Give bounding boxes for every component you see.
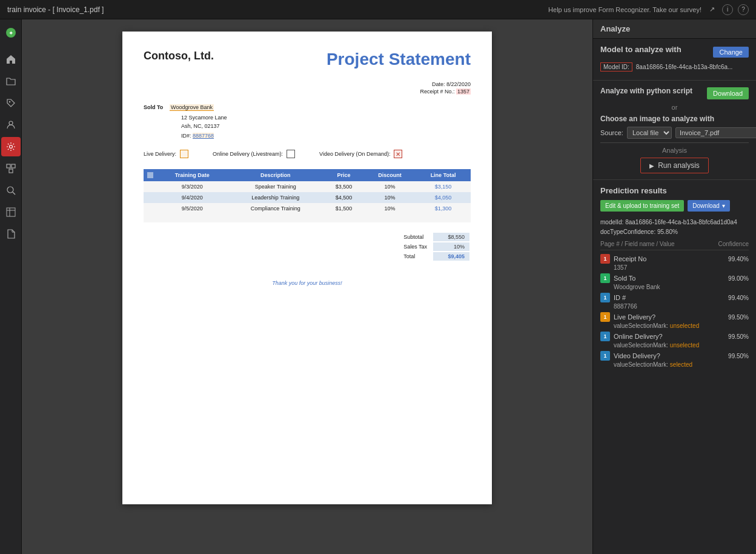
result-value-video: valueSelectionMark: selected	[600, 361, 749, 368]
model-id-row: Model ID: 8aa16866-16fe-44ca-b13a-8bfc6a…	[600, 62, 749, 72]
result-value-receipt: 1357	[600, 264, 749, 271]
result-receipt-no: 1 Receipt No 99.40% 1357	[600, 254, 749, 271]
result-conf-soldto: 99.00%	[728, 275, 749, 282]
result-online-delivery: 1 Online Delivery? 99.50% valueSelection…	[600, 332, 749, 349]
help-icon[interactable]: ?	[738, 4, 749, 15]
result-field-id: ID #	[614, 294, 724, 301]
download-python-button[interactable]: Download	[707, 87, 749, 99]
table-row: 9/3/2020 Speaker Training $3,500 10% $3,…	[144, 181, 471, 192]
svg-rect-10	[7, 208, 15, 216]
source-label: Source:	[600, 129, 623, 136]
document-title: Project Statement	[327, 50, 471, 69]
receipt-line: Receipt # No.: 1357	[144, 88, 471, 95]
online-delivery-checkbox	[287, 150, 295, 158]
result-field-live: Live Delivery?	[614, 313, 724, 321]
sidebar-item-person[interactable]	[1, 115, 21, 135]
result-id: 1 ID # 99.40% 8887766	[600, 293, 749, 310]
run-analysis-button[interactable]: ▶ Run analysis	[640, 158, 709, 173]
or-divider: or	[600, 104, 749, 111]
result-field-online: Online Delivery?	[614, 333, 724, 340]
total-row: Total $9,405	[399, 252, 469, 261]
live-delivery-label: Live Delivery:	[144, 151, 176, 157]
model-section: Model to analyze with Change Model ID: 8…	[593, 39, 756, 81]
sidebar-item-settings[interactable]	[1, 137, 21, 156]
checkbox-video: Video Delivery (On Demand): ✕	[319, 150, 402, 158]
source-file-input[interactable]	[675, 127, 756, 138]
result-live-delivery: 1 Live Delivery? 99.50% valueSelectionMa…	[600, 312, 749, 329]
choose-title: Choose an image to analyze with	[600, 115, 714, 123]
sidebar-logo: ✦	[1, 23, 21, 42]
id-value: 8887768	[193, 133, 214, 139]
online-delivery-label: Online Delivery (Livestream):	[213, 151, 283, 157]
svg-rect-5	[7, 164, 10, 168]
svg-text:✦: ✦	[8, 30, 13, 36]
sidebar-item-analyze[interactable]	[1, 181, 21, 200]
change-button[interactable]: Change	[713, 47, 749, 58]
edit-training-button[interactable]: Edit & upload to training set	[600, 200, 684, 212]
svg-point-3	[9, 121, 13, 125]
source-row: Source: Local file	[600, 127, 749, 139]
result-badge-live: 1	[600, 312, 610, 322]
result-badge-online: 1	[600, 332, 610, 341]
invoice-header: Contoso, Ltd. Project Statement	[144, 50, 471, 69]
sold-to-value: Woodgrove Bank	[170, 104, 214, 111]
video-delivery-checkbox: ✕	[394, 150, 402, 158]
external-link-icon[interactable]: ↗	[706, 4, 717, 15]
sold-to-row: Sold To Woodgrove Bank	[144, 104, 471, 110]
model-section-title: Model to analyze with	[600, 45, 681, 54]
sidebar-item-document[interactable]	[1, 224, 21, 244]
sidebar-item-folder[interactable]	[1, 72, 21, 91]
play-icon: ▶	[649, 162, 654, 169]
sidebar-item-home[interactable]	[1, 50, 21, 69]
sidebar-item-table[interactable]	[1, 202, 21, 222]
table-header-date: Training Date	[157, 169, 227, 181]
sidebar-item-model-compose[interactable]	[1, 159, 21, 178]
prediction-title: Prediction results	[600, 186, 749, 195]
result-field-soldto: Sold To	[614, 275, 724, 282]
result-badge-video: 1	[600, 351, 610, 361]
table-header-price: Price	[323, 169, 364, 181]
info-icon[interactable]: i	[722, 4, 733, 15]
prediction-section: Prediction results Edit & upload to trai…	[593, 180, 756, 376]
model-info: modelId: 8aa16866-16fe-44ca-b13a-8bfc6ad…	[600, 218, 749, 237]
result-conf-video: 99.50%	[728, 353, 749, 359]
id-block: ID#: 8887768	[181, 133, 471, 139]
result-badge-soldto: 1	[600, 273, 610, 283]
model-id-value: 8aa16866-16fe-44ca-b13a-8bfc6a...	[636, 64, 749, 70]
document-viewer[interactable]: Contoso, Ltd. Project Statement Date: 8/…	[22, 19, 592, 554]
result-conf-id: 99.40%	[728, 295, 749, 301]
thank-you-text: Thank you for your business!	[144, 280, 471, 286]
table-row-empty	[144, 214, 471, 222]
invoice-table: Training Date Description Price Discount…	[144, 169, 471, 222]
python-title: Analyze with python script	[600, 87, 692, 95]
download-dropdown-button[interactable]: Download ▾	[688, 200, 729, 212]
table-row: 9/5/2020 Compliance Training $1,500 10% …	[144, 203, 471, 214]
analysis-label: Analysis	[600, 142, 749, 154]
python-section: Analyze with python script Download or C…	[593, 81, 756, 180]
result-conf-live: 99.50%	[728, 314, 749, 321]
top-bar: train invoice - [ Invoice_1.pdf ] Help u…	[0, 0, 756, 19]
table-header-icon	[144, 169, 157, 181]
address-block: 12 Sycamore Lane Ash, NC, 02137	[181, 114, 471, 130]
result-value-online: valueSelectionMark: unselected	[600, 342, 749, 349]
app-title: train invoice - [ Invoice_1.pdf ]	[7, 5, 104, 14]
result-video-delivery: 1 Video Delivery? 99.50% valueSelectionM…	[600, 351, 749, 368]
sales-tax-row: Sales Tax 10%	[399, 242, 469, 251]
result-conf-receipt: 99.40%	[728, 256, 749, 262]
survey-text: Help us improve Form Recognizer. Take ou…	[548, 6, 701, 13]
svg-point-4	[9, 145, 12, 149]
svg-line-9	[13, 192, 15, 195]
result-badge-id: 1	[600, 293, 610, 302]
receipt-value-highlight: 1357	[456, 88, 471, 95]
sidebar-item-tag[interactable]	[1, 93, 21, 113]
result-value-live: valueSelectionMark: unselected	[600, 322, 749, 329]
source-dropdown[interactable]: Local file	[627, 127, 672, 139]
invoice-document: Contoso, Ltd. Project Statement Date: 8/…	[122, 32, 492, 504]
svg-point-8	[7, 187, 13, 193]
table-header-desc: Description	[227, 169, 323, 181]
sold-to-label: Sold To	[144, 104, 163, 110]
table-row: 9/4/2020 Leadership Training $4,500 10% …	[144, 192, 471, 203]
svg-rect-7	[9, 169, 13, 173]
result-sold-to: 1 Sold To 99.00% Woodgrove Bank	[600, 273, 749, 290]
result-field-receipt: Receipt No	[614, 255, 724, 262]
